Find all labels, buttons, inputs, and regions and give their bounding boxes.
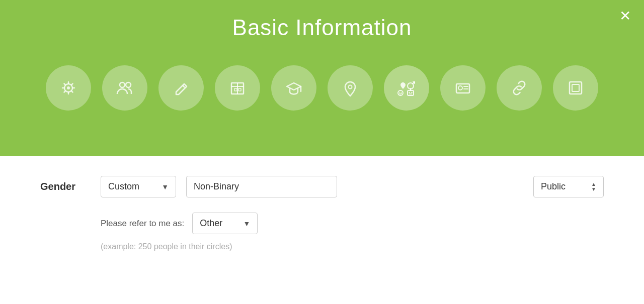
gender-label: Gender	[40, 181, 91, 192]
gender-text-input[interactable]	[186, 176, 337, 197]
icons-row	[46, 65, 598, 111]
svg-point-13	[401, 92, 402, 93]
icon-edit-circle[interactable]	[158, 65, 204, 111]
svg-point-1	[67, 86, 70, 89]
privacy-select[interactable]: Public ▲▼	[533, 176, 604, 197]
pronoun-row: Please refer to me as: Other ▼	[101, 213, 604, 234]
svg-rect-7	[234, 88, 237, 91]
close-button[interactable]: ✕	[619, 9, 631, 23]
gender-select-arrow: ▼	[162, 183, 169, 191]
svg-point-10	[349, 85, 352, 89]
svg-point-2	[120, 82, 125, 87]
svg-rect-28	[570, 82, 582, 94]
gender-row: Gender Custom ▼ Public ▲▼	[40, 176, 604, 197]
icon-link-circle[interactable]	[497, 65, 542, 111]
gender-select-value: Custom	[108, 181, 139, 192]
modal-title: Basic Information	[232, 15, 412, 40]
svg-point-19	[409, 92, 410, 93]
icon-location-circle[interactable]	[328, 65, 373, 111]
modal: ✕ Basic Information	[0, 0, 644, 304]
icon-frame-circle[interactable]	[553, 65, 598, 111]
svg-rect-8	[238, 88, 241, 91]
gender-select[interactable]: Custom ▼	[101, 176, 176, 197]
svg-point-23	[410, 88, 411, 89]
svg-point-20	[411, 92, 412, 93]
svg-point-3	[126, 82, 131, 87]
privacy-select-value: Public	[541, 181, 566, 192]
pronoun-label: Please refer to me as:	[101, 219, 184, 229]
pronoun-select-value: Other	[200, 218, 222, 229]
example-text: (example: 250 people in their circles)	[101, 242, 604, 251]
pronoun-select-arrow: ▼	[243, 220, 250, 228]
modal-body: Gender Custom ▼ Public ▲▼ Please refer t…	[0, 156, 644, 271]
svg-point-25	[458, 86, 462, 90]
modal-header: ✕ Basic Information	[0, 0, 644, 156]
svg-point-12	[399, 92, 400, 93]
icon-people-circle[interactable]	[102, 65, 147, 111]
svg-rect-29	[572, 84, 579, 91]
svg-rect-18	[408, 90, 414, 95]
icon-gender-circle[interactable]	[384, 65, 429, 111]
pronoun-select[interactable]: Other ▼	[192, 213, 258, 234]
icon-settings-circle[interactable]	[46, 65, 91, 111]
icon-education-circle[interactable]	[271, 65, 316, 111]
privacy-arrows: ▲▼	[591, 182, 596, 192]
icon-card-circle[interactable]	[440, 65, 486, 111]
svg-point-11	[398, 90, 403, 95]
icon-building-circle[interactable]	[215, 65, 260, 111]
